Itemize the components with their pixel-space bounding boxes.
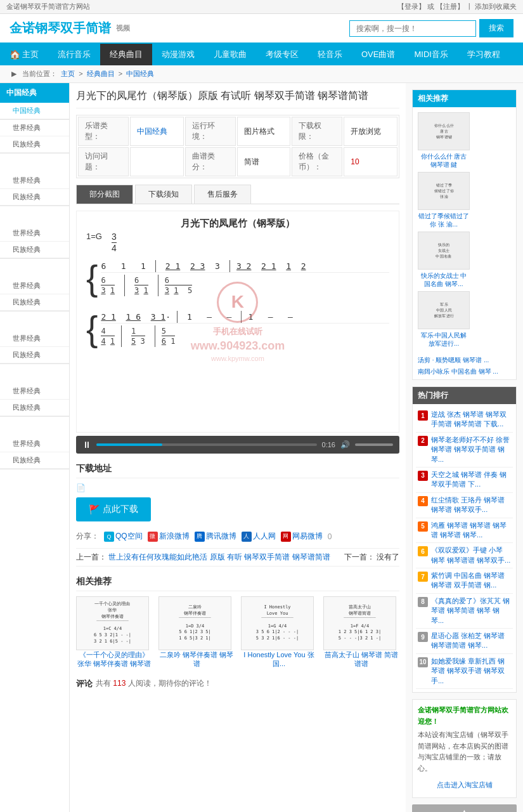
bar-3-upper: 3 2 2 1 1 2 bbox=[230, 260, 313, 272]
page-title: 月光下的凤尾竹（钢琴版）原版 有试听 钢琴双手简谱 钢琴谱简谱 bbox=[76, 89, 399, 108]
hot-link-3[interactable]: 红尘情歌 王珞丹 钢琴谱 钢琴谱 钢琴双手... bbox=[431, 496, 505, 513]
share-qq[interactable]: Q QQ空间 bbox=[104, 531, 143, 542]
hot-link-7[interactable]: 《真真的爱了》张芃芃 钢琴谱 钢琴简谱 钢琴 钢琴... bbox=[431, 597, 510, 624]
related-thumb-2[interactable]: I Honestly Love You ‾‾‾‾‾‾‾‾‾‾‾‾ 1=G 4/4… bbox=[241, 596, 314, 650]
related-thumb-0[interactable]: 一千个心灵的理由 张华 钢琴伴奏谱 ‾‾‾‾‾‾‾‾‾‾‾‾ 1=C 4/4 6… bbox=[76, 596, 149, 650]
prev-link[interactable]: 世上没有任何玫瑰能如此艳活 原版 有听 钢琴双手简谱 钢琴谱简谱 bbox=[108, 553, 330, 561]
related-thumb-1[interactable]: 二泉吟 钢琴伴奏谱 ‾‾‾‾‾‾‾‾‾‾‾‾ 1=D 3/4 5 6 1|2 3… bbox=[158, 596, 231, 650]
sidebar-item-folk1[interactable]: 民族经典 bbox=[0, 136, 69, 153]
hot-text-9: 如她爱我缘 章新扎西 钢琴谱 钢琴双手谱 钢琴双手... bbox=[431, 657, 511, 686]
search-button[interactable]: 搜索 bbox=[479, 19, 513, 37]
tab-service[interactable]: 售后服务 bbox=[194, 185, 251, 204]
hot-link-0[interactable]: 逆战 张杰 钢琴谱 钢琴双手简谱 钢琴简谱 下载... bbox=[431, 410, 507, 428]
nav-exam[interactable]: 考级专区 bbox=[256, 44, 308, 65]
breadcrumb-section2[interactable]: 中国经典 bbox=[126, 70, 154, 77]
thumb-text-0: 一千个心灵的理由 张华 钢琴伴奏谱 ‾‾‾‾‾‾‾‾‾‾‾‾ 1=C 4/4 6… bbox=[92, 599, 133, 647]
sidebar-section-china: 中国经典 中国经典 bbox=[0, 83, 69, 120]
nav-popular[interactable]: 流行音乐 bbox=[48, 44, 100, 65]
hot-link-5[interactable]: 《双叹爱双》手键 小琴 钢琴 钢琴谱谱 钢琴双手... bbox=[431, 546, 510, 563]
sidebar-item-world2[interactable]: 世界经典 bbox=[0, 173, 69, 189]
rs-extra-0[interactable]: 汤剪 · 顺势嗯顺 钢琴谱 ... bbox=[418, 356, 511, 365]
nav-anime[interactable]: 动漫游戏 bbox=[152, 44, 204, 65]
breadcrumb-section1[interactable]: 经典曲目 bbox=[87, 70, 115, 77]
download-flag-icon: 🚩 bbox=[89, 504, 100, 514]
rs-item-1[interactable]: 错过了季候错过了你张渝 错过了季候错过了你 张 渝... bbox=[418, 172, 470, 228]
hot-link-1[interactable]: 钢琴老老师好不不好 徐誉 钢琴谱 钢琴双手简谱 钢琴... bbox=[431, 436, 510, 463]
bar-6-lower: 56 1 bbox=[155, 325, 182, 347]
type-link[interactable]: 中国经典 bbox=[137, 127, 167, 136]
sidebar-item-world7[interactable]: 世界经典 bbox=[0, 436, 69, 452]
favorite-link[interactable]: 添加到收藏夹 bbox=[475, 3, 517, 10]
nav-home[interactable]: 🏠主页 bbox=[0, 44, 48, 65]
hot-link-2[interactable]: 天空之城 钢琴谱 伴奏 钢琴双手简谱 下... bbox=[431, 471, 507, 488]
sidebar-item-folk4[interactable]: 民族经典 bbox=[0, 294, 69, 311]
register-link[interactable]: 【注册】 bbox=[436, 3, 464, 10]
sidebar-item-china[interactable]: 中国经典 bbox=[0, 103, 69, 119]
sidebar-item-world1[interactable]: 世界经典 bbox=[0, 120, 69, 136]
nav-midi[interactable]: MIDI音乐 bbox=[404, 44, 457, 65]
hot-link-4[interactable]: 鸿雁 钢琴谱 钢琴谱 钢琴谱 钢琴谱 钢琴... bbox=[431, 521, 507, 539]
site-intro: 金诺钢琴双手简谱官方网站欢迎您！ 本站设有淘宝店铺（钢琴双手简谱网站，在本店购买… bbox=[413, 700, 516, 797]
prev-label: 上一首： bbox=[76, 553, 107, 561]
taobao-link[interactable]: 点击进入淘宝店铺 bbox=[418, 778, 511, 793]
related-thumb-3[interactable]: 苗高太子山 钢琴谱简谱 ‾‾‾‾‾‾‾‾‾‾‾‾ 1=F 4/4 1 2 3 5… bbox=[323, 596, 396, 650]
rs-label-1[interactable]: 错过了季候错过了你 张 渝... bbox=[418, 212, 470, 228]
related-bottom-section: 相关推荐 一千个心灵的理由 张华 钢琴伴奏谱 ‾‾‾‾‾‾‾‾‾‾‾‾ 1=C … bbox=[76, 576, 399, 669]
visits-value bbox=[130, 147, 184, 176]
pause-button[interactable]: ⏸ bbox=[82, 440, 91, 450]
login-link[interactable]: 【登录】 bbox=[397, 3, 425, 10]
hot-item-9: 10 如她爱我缘 章新扎西 钢琴谱 钢琴双手谱 钢琴双手... bbox=[416, 654, 513, 689]
nav-tutorial[interactable]: 学习教程 bbox=[458, 44, 510, 65]
rs-item-2[interactable]: 快乐的女战士中国名曲 快乐的女战士 中国名曲 钢琴... bbox=[418, 232, 470, 288]
rs-label-0[interactable]: 你什么么什 唐古 钢琴谱 鍵 bbox=[418, 152, 470, 169]
share-renren[interactable]: 人 人人网 bbox=[242, 531, 276, 542]
nav-children[interactable]: 儿童歌曲 bbox=[204, 44, 256, 65]
related-label-3[interactable]: 苗高太子山 钢琴谱 简谱 谱谱 bbox=[323, 650, 399, 669]
rs-label-3[interactable]: 军乐·中国人民解放军进行... bbox=[418, 331, 470, 348]
site-name-topbar: 金诺钢琴双手简谱官方网站 bbox=[6, 2, 90, 11]
visits-label: 访问词题： bbox=[78, 147, 129, 176]
sidebar-item-folk5[interactable]: 民族经典 bbox=[0, 347, 69, 363]
rs-extra-1[interactable]: 南阔小咏乐 中国名曲 钢琴 ... bbox=[418, 367, 511, 376]
hot-rank-7: 7 bbox=[418, 572, 428, 582]
sidebar-item-folk3[interactable]: 民族经典 bbox=[0, 242, 69, 258]
nav-classic[interactable]: 经典曲目 bbox=[100, 44, 152, 65]
progress-bar[interactable] bbox=[96, 443, 317, 446]
sidebar-item-folk2[interactable]: 民族经典 bbox=[0, 189, 69, 206]
rs-label-2[interactable]: 快乐的女战士 中国名曲 钢琴... bbox=[418, 272, 470, 288]
hot-text-4: 鸿雁 钢琴谱 钢琴谱 钢琴谱 钢琴谱 钢琴... bbox=[431, 521, 511, 540]
share-netease[interactable]: 网 网易微博 bbox=[281, 531, 323, 542]
sidebar-item-world5[interactable]: 世界经典 bbox=[0, 331, 69, 347]
share-sina[interactable]: 微 新浪微博 bbox=[148, 531, 190, 542]
nav-light[interactable]: 轻音乐 bbox=[308, 44, 352, 65]
rs-extra-items: 汤剪 · 顺势嗯顺 钢琴谱 ... 南阔小咏乐 中国名曲 钢琴 ... bbox=[413, 353, 516, 379]
download-title: 下载地址 bbox=[76, 463, 399, 478]
related-label-0[interactable]: 《一千个心灵的理由》张华 钢琴伴奏谱 钢琴谱 bbox=[76, 650, 152, 669]
search-input[interactable] bbox=[349, 20, 476, 37]
volume-bar[interactable] bbox=[355, 443, 393, 446]
logo[interactable]: 金诺钢琴双手简谱 视频 bbox=[10, 20, 130, 37]
nav-ove[interactable]: OVE曲谱 bbox=[352, 44, 404, 65]
volume-icon[interactable]: 🔊 bbox=[340, 440, 350, 449]
related-label-2[interactable]: I Honestly Love You 张国... bbox=[241, 650, 317, 669]
share-tencent[interactable]: 腾 腾讯微博 bbox=[195, 531, 236, 542]
related-label-1[interactable]: 二泉吟 钢琴伴奏谱 钢琴谱 bbox=[158, 650, 235, 669]
tab-download[interactable]: 下载须知 bbox=[135, 185, 192, 204]
sidebar-item-folk6[interactable]: 民族经典 bbox=[0, 400, 69, 416]
breadcrumb-home[interactable]: 主页 bbox=[61, 70, 75, 77]
tab-preview[interactable]: 部分截图 bbox=[76, 185, 133, 204]
sidebar-item-world4[interactable]: 世界经典 bbox=[0, 278, 69, 294]
hot-link-6[interactable]: 紫竹调 中国名曲 钢琴谱 钢琴谱 双手简谱 钢... bbox=[431, 572, 505, 589]
comments-title: 评论 bbox=[76, 678, 93, 690]
hot-link-8[interactable]: 星语心愿 张柏芝 钢琴谱 钢琴谱简谱 钢琴... bbox=[431, 632, 505, 649]
scroll-to-top[interactable]: ▲ bbox=[412, 804, 517, 812]
sidebar-item-world6[interactable]: 世界经典 bbox=[0, 383, 69, 400]
sidebar-item-world3[interactable]: 世界经典 bbox=[0, 225, 69, 242]
download-button[interactable]: 🚩 点此下载 bbox=[76, 497, 151, 521]
rs-thumb-2: 快乐的女战士中国名曲 bbox=[418, 232, 470, 270]
rs-item-0[interactable]: 你什么么什唐古钢琴谱键 你什么么什 唐古 钢琴谱 鍵 bbox=[418, 112, 470, 169]
rs-item-3[interactable]: 军乐中国人民解放军进行 军乐·中国人民解放军进行... bbox=[418, 291, 470, 348]
hot-link-9[interactable]: 如她爱我缘 章新扎西 钢琴谱 钢琴双手谱 钢琴双手... bbox=[431, 657, 505, 684]
sidebar-item-folk7[interactable]: 民族经典 bbox=[0, 452, 69, 469]
hot-rank-4: 4 bbox=[418, 496, 428, 506]
